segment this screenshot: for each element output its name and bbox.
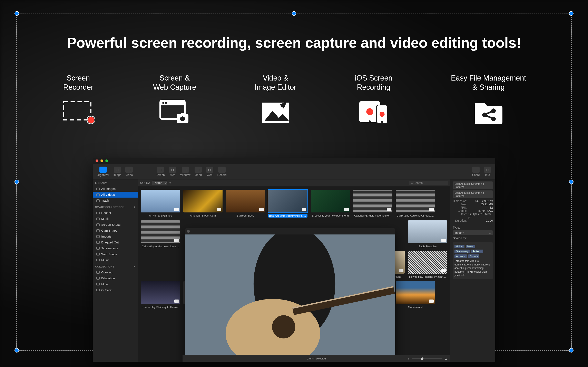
toolbar-organizer-button[interactable]: ▢Organizer xyxy=(95,166,111,177)
thumbnail-caption: Broccoli is your new best friend xyxy=(311,214,350,217)
toolbar-area-button[interactable]: ▢Area xyxy=(168,166,177,177)
type-select[interactable]: Imports⌄ xyxy=(453,230,493,235)
resize-handle-mid-right[interactable] xyxy=(569,180,573,184)
resize-handle-top-right[interactable] xyxy=(569,11,573,16)
close-icon[interactable] xyxy=(95,159,98,162)
toolbar-menu-button[interactable]: ▢Menu xyxy=(193,166,203,177)
video-badge-icon xyxy=(174,300,179,303)
toolbar-record-button[interactable]: ▢Record xyxy=(216,166,228,177)
thumbnail[interactable]: Broccoli is your new best friend xyxy=(311,190,350,217)
thumbnail-image[interactable] xyxy=(311,190,350,212)
tag[interactable]: Music xyxy=(466,245,475,248)
feature-screen-recorder: Screen Recorder xyxy=(62,73,95,126)
share-icon: ▢ xyxy=(472,167,480,173)
zoom-out-icon[interactable]: ▲ xyxy=(407,358,410,360)
resize-handle-mid-left[interactable] xyxy=(15,180,19,184)
thumbnail-image[interactable] xyxy=(396,281,435,304)
thumbnail[interactable]: Eagle Paradise xyxy=(408,220,447,248)
thumbnail-image[interactable] xyxy=(353,190,392,212)
web-capture-icon xyxy=(158,98,191,126)
search-input[interactable]: ⌕ Search xyxy=(409,181,448,185)
tag[interactable]: Acoustic xyxy=(454,254,467,258)
svg-rect-9 xyxy=(181,113,184,114)
svg-point-6 xyxy=(165,102,167,104)
sidebar-item-cooking[interactable]: Cooking xyxy=(93,269,138,275)
sidebar-item-all-videos[interactable]: All Videos xyxy=(93,192,138,198)
maximize-icon[interactable] xyxy=(105,159,108,162)
thumbnail-image[interactable] xyxy=(226,190,265,212)
minimize-icon[interactable] xyxy=(100,159,103,162)
sidebar-item-music[interactable]: Music xyxy=(93,216,138,222)
area-icon: ▢ xyxy=(169,167,176,173)
sidebar-header-library: LIBRARY xyxy=(93,179,138,186)
thumbnail-image[interactable] xyxy=(141,190,180,212)
thumbnail[interactable]: Monumental xyxy=(396,281,435,309)
info-icon: ▢ xyxy=(484,167,491,173)
sidebar-item-music[interactable]: Music xyxy=(93,257,138,263)
sidebar-item-screencasts[interactable]: Screencasts xyxy=(93,245,138,251)
sidebar-item-music[interactable]: Music xyxy=(93,281,138,287)
sort-direction-icon[interactable]: ▾ xyxy=(169,181,171,184)
sidebar-item-cam-snaps[interactable]: Cam Snaps xyxy=(93,227,138,234)
thumbnail-image[interactable] xyxy=(396,190,435,212)
toolbar-web-button[interactable]: ▢Web xyxy=(205,166,215,177)
video-badge-icon xyxy=(174,239,179,242)
sidebar-item-all-images[interactable]: All Images xyxy=(93,186,138,192)
toolbar-image-button[interactable]: ▢Image xyxy=(112,166,122,177)
zoom-in-icon[interactable]: ▲ xyxy=(444,357,448,360)
toolbar-screen-button[interactable]: ▢Screen xyxy=(154,166,166,177)
toolbar-share-button[interactable]: ▢Share xyxy=(471,166,481,177)
toolbar: ▢Organizer▢Image▢Video ▢Screen▢Area▢Wind… xyxy=(93,164,495,179)
feature-label: Screen Recorder xyxy=(63,73,93,92)
info-title: Best Acoustic Strumming Patterns xyxy=(453,182,493,189)
zoom-control[interactable]: ▲ ▲ xyxy=(407,357,448,360)
video-preview-popup[interactable]: ▶ 00:25 -00:55 🔊 xyxy=(185,228,395,362)
info-row: Codec:H.264, AAC xyxy=(453,209,493,212)
thumbnail-caption: Best Acoustic Strumming Patterns xyxy=(268,214,307,217)
sidebar-item-web-snaps[interactable]: Web Snaps xyxy=(93,251,138,257)
thumbnail[interactable]: Ballroom Bass xyxy=(226,190,265,217)
tag[interactable]: Patterns xyxy=(471,250,483,253)
video-badge-icon xyxy=(217,208,221,211)
resize-handle-bottom-left[interactable] xyxy=(15,348,19,352)
close-icon[interactable] xyxy=(187,230,190,233)
sidebar-item-trash[interactable]: Trash xyxy=(93,198,138,203)
resize-handle-top-mid[interactable] xyxy=(292,11,296,16)
titlebar[interactable] xyxy=(93,158,495,164)
thumbnail-image[interactable] xyxy=(141,281,180,304)
info-filename: Best Acoustic Strumming Patterns xyxy=(453,191,493,198)
thumbnail[interactable]: Calibrating Audio never looke… xyxy=(353,190,392,217)
tag[interactable]: Chords xyxy=(468,254,479,258)
thumbnail-image[interactable] xyxy=(408,220,447,243)
tag[interactable]: Strumming xyxy=(454,250,470,253)
sidebar-item-education[interactable]: Education xyxy=(93,275,138,281)
sidebar-item-imports[interactable]: Imports xyxy=(93,234,138,239)
info-note[interactable]: I created this video to demonstrate the … xyxy=(454,259,491,277)
sidebar-item-dragged-out[interactable]: Dragged Out xyxy=(93,239,138,245)
resize-handle-top-left[interactable] xyxy=(15,11,19,16)
toolbar-info-button[interactable]: ▢Info xyxy=(483,166,493,177)
thumbnail[interactable]: All Fun and Games xyxy=(141,190,180,217)
thumbnail[interactable]: Calibrating Audio never looke… xyxy=(141,220,180,248)
sidebar-item-recent[interactable]: Recent xyxy=(93,210,138,216)
thumbnail[interactable]: Calibrating Audio never looke… xyxy=(396,190,435,217)
thumbnail[interactable]: Best Acoustic Strumming Patterns xyxy=(268,190,307,217)
toolbar-window-button[interactable]: ▢Window xyxy=(179,166,192,177)
thumbnail[interactable]: American Sweet Corn xyxy=(183,190,223,217)
add-icon[interactable]: + xyxy=(134,206,135,209)
toolbar-video-button[interactable]: ▢Video xyxy=(124,166,134,177)
thumbnail-image[interactable] xyxy=(141,220,180,243)
svg-point-18 xyxy=(380,112,384,117)
thumbnail-image[interactable] xyxy=(408,251,447,274)
thumbnail-image[interactable] xyxy=(268,190,307,212)
folder-icon xyxy=(96,247,100,250)
sidebar-item-outside[interactable]: Outside xyxy=(93,287,138,293)
thumbnail[interactable]: How to play Imagine by John… xyxy=(408,251,447,278)
sort-select[interactable]: Name xyxy=(152,180,167,185)
resize-handle-bottom-right[interactable] xyxy=(569,348,573,352)
thumbnail-image[interactable] xyxy=(183,190,223,212)
thumbnail[interactable]: How to play Stairway to Heaven xyxy=(141,281,180,309)
tag[interactable]: Guitar xyxy=(454,245,465,248)
add-icon[interactable]: + xyxy=(134,265,135,268)
sidebar-item-screen-snaps[interactable]: Screen Snaps xyxy=(93,222,138,227)
